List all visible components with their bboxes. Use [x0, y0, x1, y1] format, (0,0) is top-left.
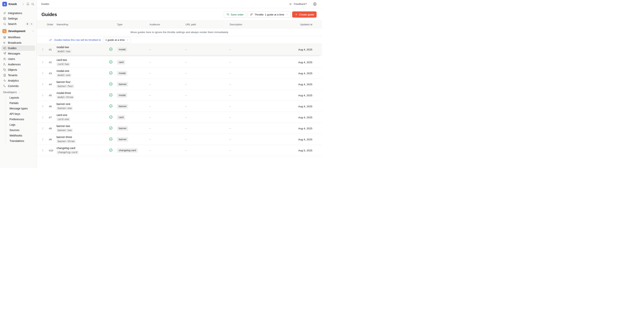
sidebar-nav-item[interactable]: Audiences	[2, 62, 35, 67]
sidebar-nav-item[interactable]: Tenants	[2, 72, 35, 78]
sidebar-developer-item[interactable]: Message types	[8, 106, 35, 111]
guide-table-row[interactable]: #2 card-two card-two card - - - Aug 4, 2…	[37, 57, 322, 68]
page-header: Guides Save order Throttle: 1 guide at a…	[37, 8, 322, 20]
environment-label: Development	[8, 29, 25, 33]
sidebar-nav-top: Integrations Settings Search ⌘K	[0, 8, 36, 27]
developers-section-toggle[interactable]: Developers	[2, 90, 35, 95]
guide-url-path: -	[186, 61, 230, 64]
sidebar-nav-item[interactable]: Analytics	[2, 78, 35, 83]
guide-key-badge: banner-four	[56, 84, 74, 88]
drag-handle-icon[interactable]	[42, 93, 44, 97]
sidebar-nav-item[interactable]: Settings	[2, 16, 35, 21]
sidebar-developer-item[interactable]: Webhooks	[8, 133, 35, 138]
keyboard-shortcut: ⌘K	[26, 22, 34, 26]
guide-table-row[interactable]: #3 modal-one modal-one modal - - - Aug 4…	[37, 68, 322, 79]
guide-order: #10	[49, 149, 56, 152]
guides-icon	[3, 47, 6, 50]
guide-type-badge: banner	[117, 82, 128, 87]
guide-type-badge: modal	[117, 93, 127, 98]
guide-name: changelog-card	[56, 147, 109, 150]
account-menu-button[interactable]	[313, 2, 317, 6]
throttle-amount-dropdown[interactable]: 1 guide at a time	[103, 37, 131, 43]
sidebar-developer-item[interactable]: Logs	[8, 122, 35, 127]
environment-switcher[interactable]: Development	[2, 28, 35, 34]
guide-updated-at: Aug 4, 2025	[287, 94, 312, 97]
drag-handle-icon[interactable]	[42, 60, 44, 64]
throttle-dropdown-button[interactable]: Throttle: 1 guide at a time	[248, 11, 291, 17]
sidebar-developer-item[interactable]: Preferences	[8, 117, 35, 122]
sidebar-item-label: Sources	[10, 129, 19, 132]
search-icon[interactable]	[31, 2, 34, 5]
drag-handle-icon[interactable]	[42, 138, 44, 141]
bell-icon[interactable]	[26, 2, 30, 5]
guide-type-badge: modal	[117, 47, 127, 52]
sidebar-item-label: Audiences	[8, 63, 20, 66]
chevron-down-icon	[32, 30, 34, 32]
create-guide-button[interactable]: Create guide	[292, 11, 316, 17]
sidebar-developer-item[interactable]: API keys	[8, 111, 35, 117]
guide-url-path: -	[186, 94, 230, 97]
chevrons-up-down-icon[interactable]	[22, 3, 24, 5]
table-header-row: Order Name/Key Type Audience URL path De…	[37, 20, 322, 28]
guide-table-row[interactable]: #6 banner-one banner-one banner - - - Au…	[37, 101, 322, 112]
guide-type-badge: card	[117, 115, 125, 120]
copy-icon	[3, 68, 6, 71]
guide-audience: -	[150, 72, 186, 75]
guide-url-path: -	[186, 83, 230, 86]
active-status-icon	[109, 47, 113, 51]
sidebar-developer-item[interactable]: Layouts	[8, 95, 35, 100]
sidebar-developer-item[interactable]: Sources	[8, 127, 35, 133]
drag-handle-icon[interactable]	[42, 115, 44, 119]
active-status-icon	[109, 104, 113, 108]
sidebar-nav-environment: Workflows Broadcasts Guides Messages Use…	[0, 34, 36, 89]
guide-name: card-two	[56, 59, 109, 61]
sidebar-item-label: Tenants	[8, 74, 18, 77]
guide-table-row[interactable]: #7 card-one card-one card - - - Aug 4, 2…	[37, 112, 322, 123]
guide-updated-at: Aug 4, 2025	[287, 138, 312, 141]
sidebar-nav-item[interactable]: Commits	[2, 83, 35, 89]
save-order-button[interactable]: Save order	[224, 11, 246, 17]
drag-handle-icon[interactable]	[42, 48, 44, 51]
branch-icon	[3, 30, 6, 32]
active-status-icon	[109, 60, 113, 64]
guide-key-badge: banner-three	[56, 140, 76, 143]
sidebar-nav-item[interactable]: Search ⌘K	[2, 21, 35, 27]
guide-url-path: -	[186, 138, 230, 141]
workspace-switcher[interactable]: k Knock	[0, 0, 36, 8]
column-header-audience: Audience	[150, 23, 186, 26]
guide-table-row[interactable]: #8 banner-two banner-two banner - - - Au…	[37, 123, 322, 134]
active-status-icon	[109, 71, 113, 75]
guide-table-row[interactable]: #10 changelog-card changelog-card change…	[37, 145, 322, 156]
sidebar-nav-item[interactable]: Broadcasts	[2, 40, 35, 45]
sidebar-item-label: Messages	[8, 52, 20, 55]
chevron-down-icon	[286, 13, 288, 16]
sidebar-nav-item[interactable]: Integrations	[2, 10, 35, 16]
feedback-button[interactable]: Feedback?	[288, 2, 308, 6]
workspace-name: Knock	[8, 2, 17, 5]
drag-handle-icon[interactable]	[42, 71, 44, 75]
column-header-description: Description	[230, 23, 287, 26]
guide-order: #8	[49, 127, 56, 130]
active-status-icon	[109, 126, 113, 130]
guide-key-badge: card-one	[56, 118, 70, 121]
sidebar-nav-item[interactable]: Guides	[2, 45, 35, 51]
sidebar-nav-item[interactable]: Objects	[2, 67, 35, 72]
guide-table-row[interactable]: #4 banner-four banner-four banner - - - …	[37, 79, 322, 90]
guide-url-path: -	[186, 105, 230, 108]
guide-table-row[interactable]: #5 modal-three modal-three modal - - - A…	[37, 90, 322, 101]
sidebar-nav-item[interactable]: Users	[2, 56, 35, 62]
guide-table-row[interactable]: #1 modal-two modal-two modal - - - Aug 4…	[37, 44, 322, 55]
drag-handle-icon[interactable]	[42, 82, 44, 86]
guide-description: -	[230, 149, 287, 152]
sidebar-nav-item[interactable]: Workflows	[2, 35, 35, 40]
drag-handle-icon[interactable]	[42, 149, 44, 152]
guide-key-badge: card-two	[56, 62, 70, 66]
sidebar-developer-item[interactable]: Partials	[8, 100, 35, 106]
guide-name: banner-one	[56, 103, 109, 105]
guide-table-row[interactable]: #9 banner-three banner-three banner - - …	[37, 134, 322, 145]
drag-handle-icon[interactable]	[42, 104, 44, 108]
guide-name: banner-three	[56, 136, 109, 139]
sidebar-nav-item[interactable]: Messages	[2, 51, 35, 56]
sidebar-developer-item[interactable]: Translations	[8, 138, 35, 144]
drag-handle-icon[interactable]	[42, 126, 44, 130]
